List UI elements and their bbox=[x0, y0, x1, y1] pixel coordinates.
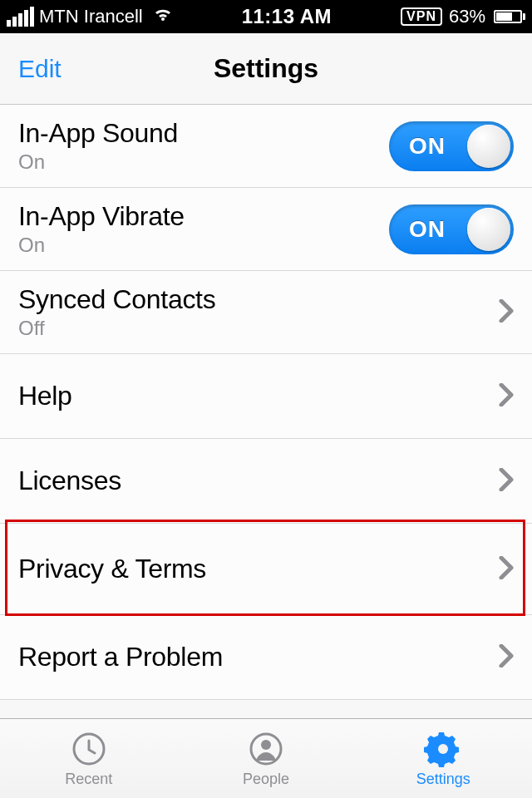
row-subtitle: On bbox=[18, 234, 389, 257]
row-title: Synced Contacts bbox=[18, 284, 499, 315]
row-subtitle: On bbox=[18, 150, 389, 174]
tab-recent[interactable]: Recent bbox=[0, 719, 177, 798]
row-title: Report a Problem bbox=[18, 642, 499, 672]
vpn-badge: VPN bbox=[401, 7, 442, 26]
row-title: Privacy & Terms bbox=[18, 554, 499, 584]
row-title: Licenses bbox=[18, 466, 499, 496]
tab-label: Recent bbox=[65, 771, 112, 788]
carrier-label: MTN Irancell bbox=[39, 6, 143, 27]
signal-bars-icon bbox=[7, 7, 34, 27]
chevron-right-icon bbox=[499, 299, 514, 326]
row-title: In-App Sound bbox=[18, 118, 389, 149]
row-subtitle: Off bbox=[18, 317, 499, 340]
person-icon bbox=[248, 729, 284, 769]
row-privacy-terms[interactable]: Privacy & Terms bbox=[0, 524, 532, 615]
tab-bar: Recent People Settings bbox=[0, 718, 532, 798]
wifi-icon bbox=[153, 6, 173, 27]
svg-point-3 bbox=[438, 744, 448, 754]
toggle-on-label: ON bbox=[409, 133, 446, 160]
tab-label: People bbox=[243, 771, 289, 788]
row-text: Privacy & Terms bbox=[18, 554, 499, 584]
settings-list: In-App Sound On ON In-App Vibrate On ON … bbox=[0, 105, 532, 700]
toggle-knob-icon bbox=[467, 125, 510, 168]
row-text: Licenses bbox=[18, 466, 499, 496]
battery-icon bbox=[492, 10, 525, 23]
status-left: MTN Irancell bbox=[7, 6, 173, 27]
row-in-app-sound[interactable]: In-App Sound On ON bbox=[0, 105, 532, 188]
row-licenses[interactable]: Licenses bbox=[0, 439, 532, 524]
tab-settings[interactable]: Settings bbox=[355, 719, 532, 798]
page-title: Settings bbox=[0, 53, 532, 84]
row-text: In-App Sound On bbox=[18, 118, 389, 174]
row-title: Help bbox=[18, 381, 499, 411]
row-title: In-App Vibrate bbox=[18, 201, 389, 232]
row-text: Report a Problem bbox=[18, 642, 499, 672]
status-right: VPN 63% bbox=[401, 6, 525, 27]
tab-people[interactable]: People bbox=[177, 719, 354, 798]
row-synced-contacts[interactable]: Synced Contacts Off bbox=[0, 271, 532, 354]
nav-bar: Edit Settings bbox=[0, 33, 532, 105]
toggle-on-label: ON bbox=[409, 216, 446, 243]
chevron-right-icon bbox=[499, 468, 514, 495]
status-time: 11:13 AM bbox=[173, 5, 401, 28]
row-text: Help bbox=[18, 381, 499, 411]
tab-label: Settings bbox=[416, 771, 470, 788]
chevron-right-icon bbox=[499, 383, 514, 410]
clock-icon bbox=[71, 729, 107, 769]
chevron-right-icon bbox=[499, 556, 514, 583]
toggle-in-app-vibrate[interactable]: ON bbox=[389, 204, 514, 254]
status-bar: MTN Irancell 11:13 AM VPN 63% bbox=[0, 0, 532, 33]
row-help[interactable]: Help bbox=[0, 354, 532, 439]
battery-percent: 63% bbox=[449, 6, 485, 27]
row-text: Synced Contacts Off bbox=[18, 284, 499, 340]
toggle-in-app-sound[interactable]: ON bbox=[389, 121, 514, 171]
gear-icon bbox=[423, 729, 463, 769]
row-text: In-App Vibrate On bbox=[18, 201, 389, 257]
edit-button[interactable]: Edit bbox=[18, 55, 62, 83]
chevron-right-icon bbox=[499, 644, 514, 671]
toggle-knob-icon bbox=[467, 208, 510, 251]
row-in-app-vibrate[interactable]: In-App Vibrate On ON bbox=[0, 188, 532, 271]
row-report-problem[interactable]: Report a Problem bbox=[0, 615, 532, 700]
svg-point-2 bbox=[261, 740, 271, 750]
